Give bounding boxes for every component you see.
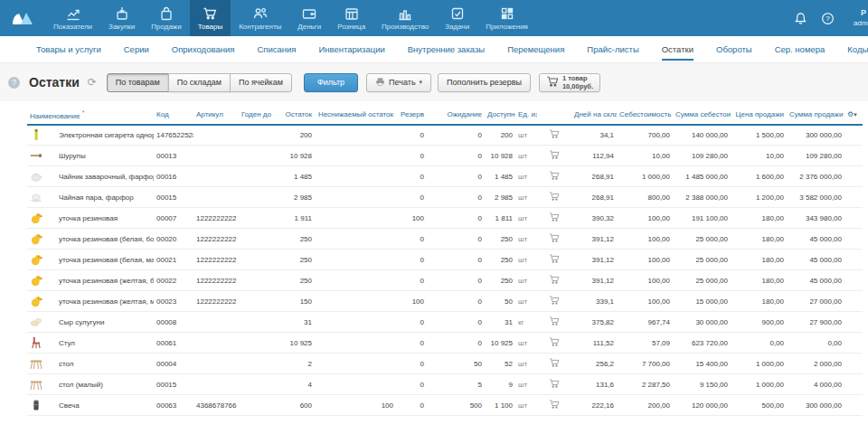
sort-indicator: * bbox=[82, 109, 85, 116]
table-row[interactable]: стол (малый)000154059шт131,62 287,509 15… bbox=[27, 374, 863, 395]
subnav-item-1[interactable]: Товары и услуги bbox=[36, 44, 101, 54]
cell-days: 391,12 bbox=[571, 229, 617, 250]
table-row[interactable]: Электронная сигарета одноразовая14765225… bbox=[27, 125, 863, 146]
table-row[interactable]: Свеча00063436867876660010005001 100шт222… bbox=[27, 395, 863, 416]
topnav-item-tasks[interactable]: Задачи bbox=[437, 0, 477, 36]
cell-name[interactable]: уточка резиновая (желтая, малены bbox=[56, 291, 154, 312]
table-row[interactable]: уточка резиновая0000712222222221 9111000… bbox=[27, 208, 863, 229]
topnav-item-indicators[interactable]: Показатели bbox=[45, 0, 100, 36]
subnav-item-6[interactable]: Внутренние заказы bbox=[408, 44, 485, 54]
cell-name[interactable]: стол (малый) bbox=[56, 374, 154, 395]
row-cart-icon[interactable] bbox=[537, 291, 571, 312]
cell-name[interactable]: уточка резиновая bbox=[56, 208, 154, 229]
filter-button[interactable]: Фильтр bbox=[304, 73, 358, 92]
page-help-icon[interactable]: ? bbox=[8, 77, 20, 89]
column-header-price[interactable]: Цена продажи bbox=[731, 106, 787, 125]
topnav-item-goods[interactable]: Товары bbox=[190, 0, 231, 36]
subnav-item-12[interactable]: Коды маркировки bbox=[847, 44, 868, 54]
refresh-icon[interactable]: ⟳ bbox=[88, 76, 97, 89]
replenish-reserves-button[interactable]: Пополнить резервы bbox=[438, 73, 531, 92]
cell-name[interactable]: Сыр сулугуни bbox=[56, 312, 154, 333]
topnav-item-money[interactable]: Деньги bbox=[289, 0, 329, 36]
table-row[interactable]: уточка резиновая (белая, большая00020122… bbox=[27, 229, 863, 250]
column-header-reserve[interactable]: Резерв bbox=[396, 106, 427, 125]
topnav-item-counterparties[interactable]: Контрагенты bbox=[231, 0, 289, 36]
row-cart-icon[interactable] bbox=[537, 125, 571, 146]
column-header-expiry[interactable]: Годен до bbox=[239, 106, 271, 125]
cell-article bbox=[193, 312, 239, 333]
subnav-item-8[interactable]: Прайс-листы bbox=[587, 44, 638, 54]
cell-gear-spacer bbox=[844, 270, 863, 291]
topnav-item-sales[interactable]: Продажи bbox=[143, 0, 189, 36]
column-header-price_sum[interactable]: Сумма продажи bbox=[787, 106, 844, 125]
row-cart-icon[interactable] bbox=[537, 395, 571, 416]
subnav-item-11[interactable]: Сер. номера bbox=[775, 44, 826, 54]
help-circle-icon[interactable]: ? bbox=[821, 12, 835, 25]
subnav-item-4[interactable]: Списания bbox=[257, 44, 296, 54]
subnav-item-3[interactable]: Оприходования bbox=[172, 44, 235, 54]
table-row[interactable]: Шурупы0001310 9280010 928шт112,9410,0010… bbox=[27, 146, 863, 166]
cell-name[interactable]: Шурупы bbox=[56, 146, 154, 166]
table-row[interactable]: уточка резиновая (желтая, больша00022122… bbox=[27, 270, 863, 291]
column-settings[interactable]: ⚙▾ bbox=[844, 106, 863, 125]
table-row[interactable]: Стул0006110 9250010 925шт111,5257,09623 … bbox=[27, 333, 863, 354]
table-row[interactable]: Чайник заварочный, фарфор000161 485001 4… bbox=[27, 166, 863, 187]
print-button[interactable]: Печать ▾ bbox=[366, 73, 431, 92]
table-row[interactable]: Чайная пара, фарфор000152 985002 985шт26… bbox=[27, 187, 863, 208]
column-header-awaiting[interactable]: Ожидание bbox=[427, 106, 485, 125]
view-toggle-button-1[interactable]: По товарам bbox=[107, 73, 169, 92]
topnav-item-purchases[interactable]: Закупки bbox=[100, 0, 143, 36]
user-menu[interactable]: P admin bbox=[848, 8, 868, 27]
cell-name[interactable]: Свеча bbox=[56, 395, 154, 416]
topnav-item-production[interactable]: Производство bbox=[373, 0, 437, 36]
subnav-item-2[interactable]: Серии bbox=[124, 44, 149, 54]
row-cart-icon[interactable] bbox=[537, 312, 571, 333]
app-logo-icon[interactable] bbox=[0, 0, 45, 36]
cell-name[interactable]: стол bbox=[56, 354, 154, 374]
column-header-cost[interactable]: Себестоимость bbox=[617, 106, 673, 125]
row-cart-icon[interactable] bbox=[537, 250, 571, 270]
cell-cost_sum: 15 400,00 bbox=[673, 354, 731, 374]
subnav-item-7[interactable]: Перемещения bbox=[507, 44, 564, 54]
row-cart-icon[interactable] bbox=[537, 333, 571, 354]
table-row[interactable]: уточка резиновая (желтая, малены00023122… bbox=[27, 291, 863, 312]
cell-unit: шт bbox=[515, 208, 537, 229]
column-header-min_stock[interactable]: Неснижаемый остаток bbox=[315, 106, 396, 125]
cell-name[interactable]: уточка резиновая (белая, маленька bbox=[56, 250, 154, 270]
row-cart-icon[interactable] bbox=[537, 374, 571, 395]
cell-name[interactable]: Электронная сигарета одноразовая bbox=[56, 125, 154, 146]
cell-name[interactable]: Чайник заварочный, фарфор bbox=[56, 166, 154, 187]
topnav-item-retail[interactable]: Розница bbox=[329, 0, 373, 36]
view-toggle-button-3[interactable]: По ячейкам bbox=[230, 73, 292, 92]
table-row[interactable]: Сыр сулугуни00008310031кг375,82967,7430 … bbox=[27, 312, 863, 333]
row-cart-icon[interactable] bbox=[537, 166, 571, 187]
column-header-days[interactable]: Дней на складе bbox=[571, 106, 617, 125]
column-header-name[interactable]: Наименование * bbox=[27, 106, 154, 125]
subnav-item-5[interactable]: Инвентаризации bbox=[318, 44, 384, 54]
column-header-cost_sum[interactable]: Сумма себестои... bbox=[673, 106, 731, 125]
row-cart-icon[interactable] bbox=[537, 270, 571, 291]
row-cart-icon[interactable] bbox=[537, 208, 571, 229]
table-row[interactable]: стол00004205052шт256,27 700,0015 400,001… bbox=[27, 354, 863, 374]
row-cart-icon[interactable] bbox=[537, 354, 571, 374]
cell-name[interactable]: уточка резиновая (белая, большая bbox=[56, 229, 154, 250]
cell-name[interactable]: уточка резиновая (желтая, больша bbox=[56, 270, 154, 291]
column-header-unit[interactable]: Ед. изм. bbox=[515, 106, 537, 125]
cell-name[interactable]: Стул bbox=[56, 333, 154, 354]
row-cart-icon[interactable] bbox=[537, 187, 571, 208]
column-header-code[interactable]: Код bbox=[154, 106, 193, 125]
cart-summary-button[interactable]: 1 товар 10,00руб. bbox=[539, 73, 600, 92]
subnav-item-9[interactable]: Остатки bbox=[662, 44, 693, 54]
column-header-available[interactable]: Доступно bbox=[485, 106, 515, 125]
row-cart-icon[interactable] bbox=[537, 229, 571, 250]
view-toggle-button-2[interactable]: По складам bbox=[168, 73, 231, 92]
column-header-article[interactable]: Артикул bbox=[193, 106, 239, 125]
subnav-item-10[interactable]: Обороты bbox=[716, 44, 752, 54]
cart-icon bbox=[546, 75, 559, 90]
column-header-stock[interactable]: Остаток bbox=[271, 106, 315, 125]
table-row[interactable]: уточка резиновая (белая, маленька0002112… bbox=[27, 250, 863, 270]
row-cart-icon[interactable] bbox=[537, 146, 571, 166]
cell-name[interactable]: Чайная пара, фарфор bbox=[56, 187, 154, 208]
topnav-item-apps[interactable]: Приложения bbox=[477, 0, 536, 36]
notifications-bell-icon[interactable] bbox=[794, 12, 807, 25]
